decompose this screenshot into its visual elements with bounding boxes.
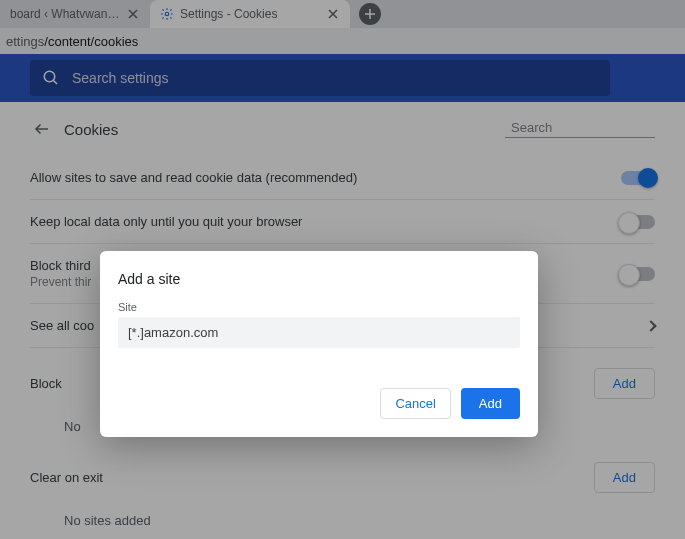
add-button[interactable]: Add xyxy=(461,388,520,419)
dialog-actions: Cancel Add xyxy=(118,388,520,419)
add-site-dialog: Add a site Site Cancel Add xyxy=(100,251,538,437)
dialog-title: Add a site xyxy=(118,271,520,287)
site-input[interactable] xyxy=(118,317,520,348)
dialog-field-label: Site xyxy=(118,301,520,313)
cancel-button[interactable]: Cancel xyxy=(380,388,450,419)
